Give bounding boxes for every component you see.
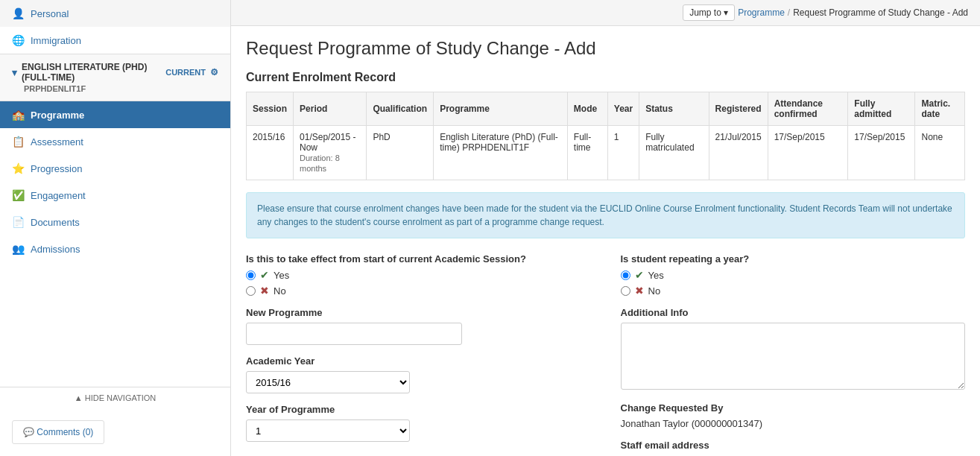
new-programme-label: New Programme — [246, 307, 591, 318]
cell-mode: Full-time — [567, 126, 607, 180]
no-cross-icon: ✖ — [260, 285, 269, 297]
academic-session-no-label: No — [274, 285, 286, 297]
new-programme-input[interactable] — [246, 323, 462, 345]
col-programme: Programme — [434, 92, 568, 126]
person-icon: 👤 — [12, 7, 25, 19]
change-requested-by-value: Jonathan Taylor (000000001347) — [621, 418, 966, 429]
sidebar-item-immigration[interactable]: 🌐 Immigration — [0, 27, 230, 54]
form-left-col: Is this to take effect from start of cur… — [246, 253, 591, 456]
engagement-icon: ✅ — [12, 189, 25, 201]
academic-session-radio-group: ✔ Yes ✖ No — [246, 269, 591, 297]
repeating-no-label: No — [648, 285, 661, 297]
sidebar-section-header: ▾ ENGLISH LITERATURE (PHD) (FULL-TIME) C… — [0, 54, 230, 101]
col-mode: Mode — [567, 92, 607, 126]
academic-session-yes-label: Yes — [274, 270, 289, 281]
year-of-programme-group: Year of Programme 1 2 3 4 — [246, 404, 591, 442]
col-fully-admitted: Fully admitted — [848, 92, 915, 126]
additional-info-group: Additional Info — [621, 307, 966, 392]
documents-icon: 📄 — [12, 216, 25, 228]
cell-fully-admitted: 17/Sep/2015 — [848, 126, 915, 180]
repeating-year-radio-group: ✔ Yes ✖ No — [621, 269, 966, 297]
star-icon: ⭐ — [12, 162, 25, 174]
academic-session-no-row: ✖ No — [246, 285, 591, 297]
comments-button[interactable]: 💬 Comments (0) — [12, 420, 104, 444]
breadcrumb: Jump to ▾ Programme / Request Programme … — [231, 0, 980, 26]
main-content: Jump to ▾ Programme / Request Programme … — [231, 0, 980, 456]
repeating-year-yes-radio[interactable] — [621, 270, 630, 280]
sidebar-item-personal[interactable]: 👤 Personal — [0, 0, 230, 27]
academic-year-select[interactable]: 2015/16 2016/17 2014/15 — [246, 371, 410, 393]
col-qualification: Qualification — [367, 92, 434, 126]
cell-status: Fully matriculated — [639, 126, 709, 180]
section-title: Current Enrolment Record — [246, 71, 965, 84]
new-programme-group: New Programme — [246, 307, 591, 345]
academic-session-yes-row: ✔ Yes — [246, 269, 591, 281]
form-right-col: Is student repeating a year? ✔ Yes ✖ No — [621, 253, 966, 456]
academic-year-label: Academic Year — [246, 355, 591, 367]
repeating-year-label: Is student repeating a year? — [621, 253, 966, 265]
cell-year: 1 — [607, 126, 639, 180]
col-session: Session — [247, 92, 294, 126]
col-status: Status — [639, 92, 709, 126]
breadcrumb-current: Request Programme of Study Change - Add — [793, 7, 968, 18]
info-box: Please ensure that course enrolment chan… — [246, 192, 965, 238]
admissions-icon: 👥 — [12, 243, 25, 255]
col-registered: Registered — [709, 92, 768, 126]
repeating-yes-label: Yes — [648, 270, 664, 281]
sidebar-item-assessment[interactable]: 📋 Assessment — [0, 128, 230, 155]
programme-icon: 🏫 — [12, 109, 25, 121]
change-requested-by-group: Change Requested By Jonathan Taylor (000… — [621, 402, 966, 429]
jump-to-button[interactable]: Jump to ▾ — [683, 4, 735, 21]
additional-info-label: Additional Info — [621, 307, 966, 318]
form-area: Is this to take effect from start of cur… — [246, 253, 965, 456]
page-title: Request Programme of Study Change - Add — [246, 38, 965, 59]
academic-year-group: Academic Year 2015/16 2016/17 2014/15 — [246, 355, 591, 393]
repeating-year-group: Is student repeating a year? ✔ Yes ✖ No — [621, 253, 966, 297]
repeating-year-no-radio[interactable] — [621, 286, 630, 296]
yes-check-icon: ✔ — [260, 269, 269, 281]
academic-session-no-radio[interactable] — [246, 286, 256, 296]
enrolment-table: Session Period Qualification Programme M… — [246, 92, 965, 180]
repeating-yes-row: ✔ Yes — [621, 269, 966, 281]
sidebar-item-programme[interactable]: 🏫 Programme — [0, 101, 230, 128]
col-year: Year — [607, 92, 639, 126]
year-of-programme-select[interactable]: 1 2 3 4 — [246, 419, 410, 442]
cell-period: 01/Sep/2015 - Now Duration: 8 months — [294, 126, 367, 180]
hide-navigation-button[interactable]: ▲ HIDE NAVIGATION — [0, 387, 230, 408]
col-attendance-confirmed: Attendance confirmed — [768, 92, 848, 126]
cell-registered: 21/Jul/2015 — [709, 126, 768, 180]
sidebar-item-documents[interactable]: 📄 Documents — [0, 209, 230, 235]
assessment-icon: 📋 — [12, 136, 25, 148]
breadcrumb-programme-link[interactable]: Programme — [738, 7, 785, 18]
cell-attendance-confirmed: 17/Sep/2015 — [768, 126, 848, 180]
col-matric-date: Matric. date — [915, 92, 965, 126]
staff-email-label: Staff email address — [621, 440, 966, 451]
academic-session-label: Is this to take effect from start of cur… — [246, 253, 591, 265]
repeating-no-row: ✖ No — [621, 285, 966, 297]
change-requested-by-label: Change Requested By — [621, 402, 966, 414]
sidebar-item-engagement[interactable]: ✅ Engagement — [0, 182, 230, 209]
breadcrumb-separator: / — [788, 7, 790, 18]
year-of-programme-label: Year of Programme — [246, 404, 591, 415]
sidebar: 👤 Personal 🌐 Immigration ▾ ENGLISH LITER… — [0, 0, 231, 456]
globe-icon: 🌐 — [12, 34, 25, 46]
academic-session-yes-radio[interactable] — [246, 270, 256, 280]
staff-email-group: Staff email address — [621, 440, 966, 451]
additional-info-textarea[interactable] — [621, 323, 966, 390]
sidebar-item-progression[interactable]: ⭐ Progression — [0, 155, 230, 182]
table-row: 2015/16 01/Sep/2015 - Now Duration: 8 mo… — [247, 126, 965, 180]
academic-session-group: Is this to take effect from start of cur… — [246, 253, 591, 297]
sidebar-item-admissions[interactable]: 👥 Admissions — [0, 235, 230, 262]
repeating-no-cross-icon: ✖ — [635, 285, 644, 297]
cell-programme: English Literature (PhD) (Full-time) PRP… — [434, 126, 568, 180]
cell-matric-date: None — [915, 126, 965, 180]
repeating-yes-check-icon: ✔ — [635, 269, 644, 281]
cell-qualification: PhD — [367, 126, 434, 180]
cell-session: 2015/16 — [247, 126, 294, 180]
col-period: Period — [294, 92, 367, 126]
